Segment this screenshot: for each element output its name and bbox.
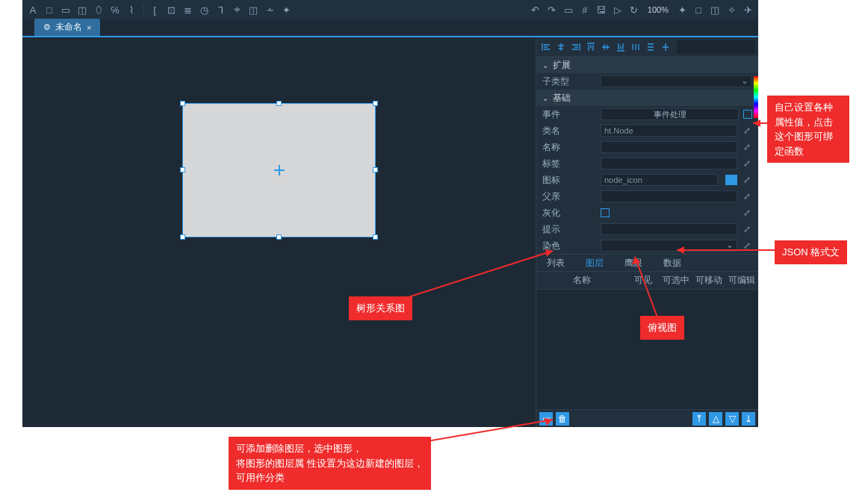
align-top-icon[interactable] [584,40,598,54]
link-icon[interactable]: ⤢ [742,125,752,136]
chevron-down-icon: ⌄ [542,61,548,69]
distribute-v-icon[interactable] [644,40,657,54]
prop-label: 子类型 [542,75,596,88]
tag-input[interactable] [601,158,737,169]
subtab-data[interactable]: 数据 [653,254,692,272]
tool-chart-icon[interactable]: ⫩ [229,2,244,17]
align-vcenter-icon[interactable] [599,40,613,54]
tool-oval-icon[interactable]: ⬯ [91,2,106,17]
align-right-icon[interactable] [569,40,583,54]
event-checkbox[interactable] [743,110,752,119]
tool-frame-icon[interactable]: ◫ [246,2,261,17]
resize-handle-n[interactable] [276,101,282,106]
selected-node[interactable] [182,103,376,237]
hint-input[interactable] [601,223,737,235]
section-extension[interactable]: ⌄ 扩展 [536,57,758,73]
distribute-h-icon[interactable] [629,40,642,54]
link-icon[interactable]: ⤢ [742,224,752,234]
resize-handle-se[interactable] [373,234,378,240]
tool-layout-icon[interactable]: ⊡ [164,2,179,17]
event-handler-button[interactable]: 事件处理 [601,108,739,120]
subtab-layer[interactable]: 图层 [575,254,614,272]
resize-handle-e[interactable] [373,167,378,172]
move-up-button[interactable]: △ [709,412,722,426]
redo-icon[interactable]: ↷ [545,2,559,17]
subtab-eagle[interactable]: 鹰眼 [614,254,653,272]
section-basic[interactable]: ⌄ 基础 [536,90,758,106]
delete-layer-button[interactable]: 🗑 [556,412,569,426]
image-input[interactable]: node_icon [601,174,718,186]
image-picker-icon[interactable] [725,175,737,185]
center-icon[interactable]: ✦ [675,2,689,17]
prop-label: 名称 [542,141,596,154]
tool-clock-icon[interactable]: ◷ [196,2,211,17]
bounds-icon[interactable]: ▭ [561,2,576,17]
tool-card-icon[interactable]: ▭ [58,2,73,17]
subtab-list[interactable]: 列表 [536,254,575,272]
tool-curve-icon[interactable]: ⌇ [124,2,139,17]
link-icon[interactable]: ⤢ [742,208,752,218]
prop-label: 染色 [542,240,596,252]
anchor-icon[interactable] [274,165,285,175]
prop-image: 图标 node_icon ⤢ [536,172,758,188]
plane-icon[interactable]: ✈ [740,2,755,17]
play-icon[interactable]: ▷ [610,2,625,17]
align-bottom-icon[interactable] [614,40,627,54]
fit-icon[interactable]: □ [691,2,706,17]
tool-split-icon[interactable]: ◫ [75,2,90,17]
tool-ruler-icon[interactable]: ⅂ [213,2,228,17]
canvas[interactable] [22,37,536,427]
tool-fan-icon[interactable]: ✦ [279,2,294,17]
layer-list[interactable] [536,290,758,409]
right-panel: ⌄ 扩展 子类型 ⌄ 基础 事件 事件处理 类名 ht.Node ⤢ [536,37,758,427]
prop-class: 类名 ht.Node ⤢ [536,122,758,139]
tool-align-icon[interactable]: [ [147,2,162,17]
resize-handle-nw[interactable] [180,101,185,106]
hue-strip[interactable] [754,76,758,118]
refresh-icon[interactable]: ↻ [627,2,642,17]
resize-handle-sw[interactable] [180,234,185,240]
add-layer-button[interactable]: ▭ [539,412,553,426]
tool-rect-icon[interactable]: □ [42,2,57,17]
link-icon[interactable]: ⤢ [742,175,752,185]
gray-checkbox[interactable] [601,208,610,217]
align-final-icon[interactable] [659,40,672,54]
subtype-select[interactable] [601,75,752,87]
class-input[interactable]: ht.Node [601,125,737,137]
zoom-level[interactable]: 100% [643,5,673,14]
link-icon[interactable]: ⤢ [742,240,752,251]
file-tab[interactable]: ⚙ 未命名 × [34,19,100,36]
prop-subtype: 子类型 [536,73,758,90]
tool-list-icon[interactable]: ≣ [180,2,195,17]
resize-handle-w[interactable] [180,167,185,172]
prop-label: 提示 [542,223,596,236]
tool-text-icon[interactable]: A [25,2,40,17]
tool-cloud-icon[interactable]: ℅ [108,2,123,17]
prop-label: 图标 [542,174,596,187]
dye-select[interactable] [601,240,737,252]
move-top-button[interactable]: ⤒ [692,412,706,426]
main-split: ⌄ 扩展 子类型 ⌄ 基础 事件 事件处理 类名 ht.Node ⤢ [22,37,758,427]
actual-icon[interactable]: ◫ [707,2,722,17]
resize-handle-s[interactable] [276,234,282,240]
close-icon[interactable]: × [87,23,91,32]
name-input[interactable] [601,141,737,153]
resize-handle-ne[interactable] [373,101,378,106]
callout-eagle: 俯视图 [640,316,684,340]
move-down-button[interactable]: ▽ [725,412,739,426]
prop-label: 类名 [542,125,596,137]
undo-icon[interactable]: ↶ [528,2,543,17]
align-left-icon[interactable] [539,40,553,54]
grid-icon[interactable]: # [577,2,592,17]
parent-input[interactable] [601,190,737,202]
prop-label: 灰化 [542,207,596,219]
move-icon[interactable]: ✧ [724,2,739,17]
align-hcenter-icon[interactable] [554,40,568,54]
link-icon[interactable]: ⤢ [742,191,752,202]
tool-flow-icon[interactable]: ⩪ [262,2,277,17]
link-icon[interactable]: ⤢ [742,158,752,169]
link-icon[interactable]: ⤢ [742,142,752,152]
separator [143,4,143,16]
move-bottom-button[interactable]: ⤓ [742,412,755,426]
save-icon[interactable]: 🖫 [594,2,609,17]
